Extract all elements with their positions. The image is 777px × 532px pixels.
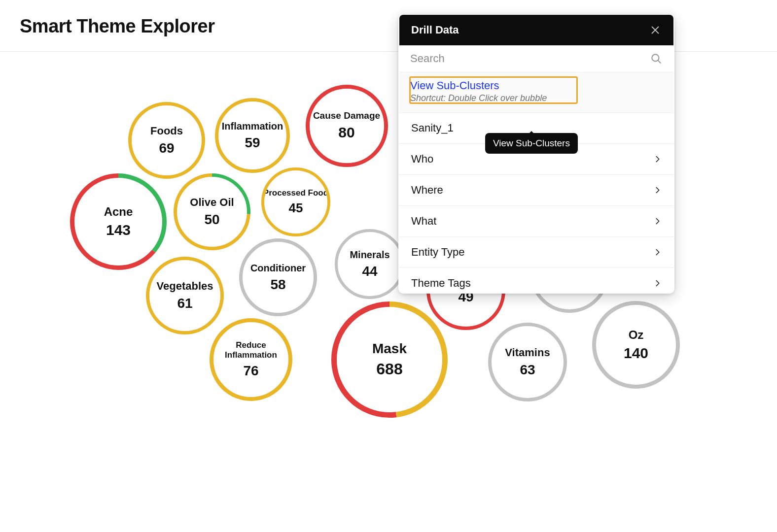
bubble-value: 45 [289,200,303,216]
bubble-label: Mask [372,341,407,357]
bubble-value: 76 [243,363,258,379]
bubble-value: 59 [245,135,260,151]
bubble-value: 58 [270,277,285,293]
bubble-value: 63 [520,362,535,378]
panel-item-where[interactable]: Where [399,175,673,206]
bubble-mask[interactable]: Mask688 [331,301,448,418]
panel-item-what[interactable]: What [399,206,673,237]
view-sub-clusters-row[interactable]: View Sub-Clusters Shortcut: Double Click… [399,72,673,113]
bubble-label: Inflammation [222,121,283,132]
bubble-inflammation[interactable]: Inflammation59 [215,98,290,173]
drill-data-panel: Drill Data View Sub-Clusters Shortcut: D… [398,14,674,294]
bubble-vegetables[interactable]: Vegetables61 [146,257,224,334]
search-icon[interactable] [650,52,663,65]
bubble-label: Olive Oil [190,196,234,208]
bubble-olive-oil[interactable]: Olive Oil50 [174,173,250,250]
panel-title: Drill Data [411,24,459,36]
close-icon[interactable] [649,24,662,36]
bubble-label: Minerals [350,249,389,261]
tooltip-view-sub-clusters: View Sub-Clusters [485,133,578,154]
bubble-label: Conditioner [250,263,306,274]
chevron-right-icon [654,279,662,287]
chevron-right-icon [654,186,662,194]
panel-item-label: Who [411,153,433,166]
bubble-foods[interactable]: Foods69 [128,102,205,179]
view-sub-clusters-link[interactable]: View Sub-Clusters [410,79,663,92]
panel-item-entity-type[interactable]: Entity Type [399,237,673,268]
bubble-value: 44 [362,264,377,279]
bubble-label: Oz [629,328,644,342]
bubble-label: Processed Food [263,188,328,198]
bubble-value: 80 [338,124,354,141]
bubble-conditioner[interactable]: Conditioner58 [239,238,317,316]
chevron-right-icon [654,155,662,163]
bubble-value: 69 [159,140,174,156]
bubble-value: 61 [177,296,192,311]
view-sub-clusters-hint: Shortcut: Double Click over bubble [410,93,663,103]
page-title: Smart Theme Explorer [20,16,214,37]
bubble-label: ReduceInflammation [225,340,277,360]
panel-item-theme-tags[interactable]: Theme Tags [399,268,673,293]
search-input[interactable] [410,52,650,65]
bubble-value: 143 [106,222,131,238]
bubble-label: Cause Damage [313,110,380,121]
panel-header: Drill Data [399,15,673,45]
svg-line-21 [658,60,660,63]
panel-item-label: What [411,215,436,228]
bubble-acne[interactable]: Acne143 [70,173,167,270]
panel-item-label: Theme Tags [411,277,471,290]
bubble-label: Foods [150,125,183,137]
search-row [399,45,673,72]
bubble-label: Acne [104,205,133,219]
panel-item-label: Where [411,184,443,197]
panel-item-label: Entity Type [411,246,464,259]
bubble-reduce-inflammation[interactable]: ReduceInflammation76 [210,318,292,401]
bubble-oz[interactable]: Oz140 [592,301,680,389]
bubble-label: Vitamins [505,346,550,359]
chevron-right-icon [654,248,662,256]
bubble-label: Vegetables [157,280,213,292]
chevron-right-icon [654,217,662,225]
panel-item-label: Sanity_1 [411,122,454,134]
bubble-minerals[interactable]: Minerals44 [335,229,405,299]
bubble-vitamins[interactable]: Vitamins63 [488,323,567,401]
bubble-processed-food[interactable]: Processed Food45 [261,167,330,236]
bubble-value: 688 [376,360,402,378]
bubble-value: 140 [624,345,648,362]
bubble-value: 50 [204,212,219,228]
bubble-cause-damage[interactable]: Cause Damage80 [306,85,388,167]
